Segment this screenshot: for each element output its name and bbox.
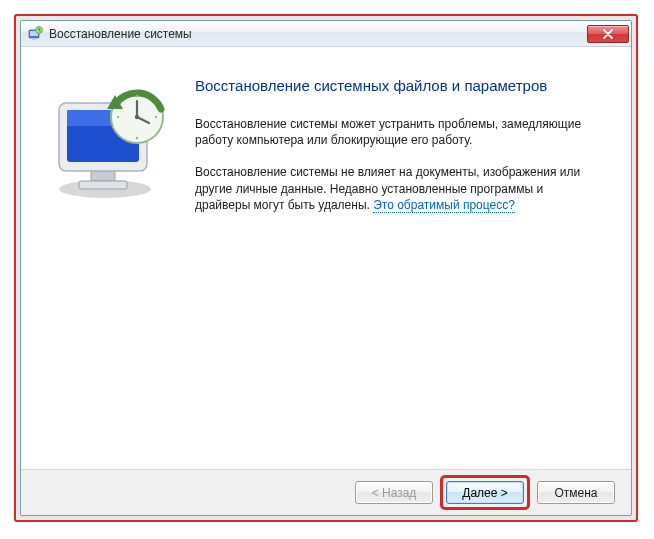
svg-rect-6 [79, 181, 127, 189]
close-button[interactable] [587, 25, 629, 43]
next-button-highlight: Далее > [440, 475, 530, 510]
svg-point-15 [136, 95, 138, 97]
svg-rect-5 [91, 171, 115, 181]
dialog-window: Восстановление системы [20, 20, 632, 516]
text-column: Восстановление системных файлов и параме… [195, 47, 631, 469]
system-restore-illustration [45, 87, 175, 207]
close-icon [603, 29, 613, 39]
svg-point-18 [117, 116, 119, 118]
next-button[interactable]: Далее > [446, 481, 524, 504]
window-title: Восстановление системы [49, 27, 587, 41]
back-button: < Назад [355, 481, 433, 504]
system-restore-icon [27, 26, 43, 42]
reversible-process-link[interactable]: Это обратимый процесс? [373, 198, 515, 213]
content-area: Восстановление системных файлов и параме… [21, 47, 631, 469]
cancel-button[interactable]: Отмена [537, 481, 615, 504]
footer-button-bar: < Назад Далее > Отмена [21, 469, 631, 515]
svg-rect-2 [32, 38, 36, 40]
titlebar[interactable]: Восстановление системы [21, 21, 631, 47]
svg-point-17 [136, 137, 138, 139]
svg-point-16 [155, 116, 157, 118]
illustration-column [21, 47, 195, 469]
page-heading: Восстановление системных файлов и параме… [195, 77, 601, 94]
description-paragraph-2: Восстановление системы не влияет на доку… [195, 164, 601, 213]
description-paragraph-1: Восстановление системы может устранить п… [195, 116, 601, 148]
emphasis-frame: Восстановление системы [14, 14, 638, 522]
